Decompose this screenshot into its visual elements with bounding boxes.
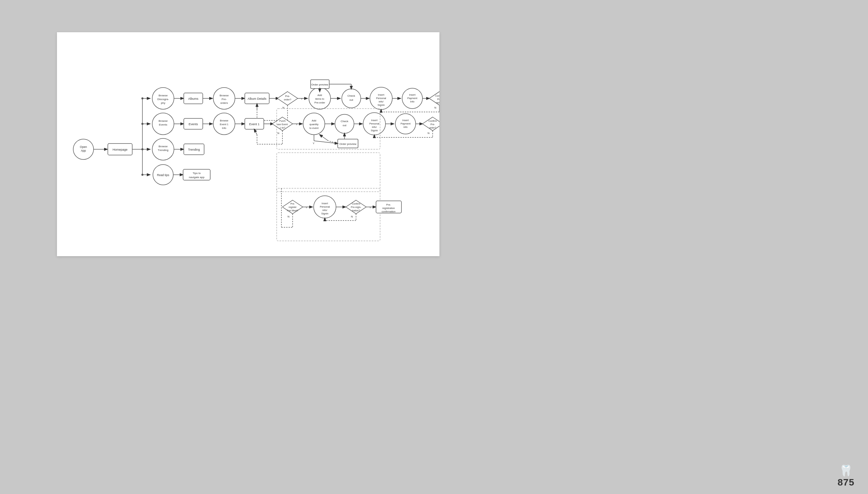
svg-text:Y: Y <box>369 206 371 209</box>
svg-text:Personal: Personal <box>320 205 330 208</box>
svg-text:Confirm: Confirm <box>435 95 439 97</box>
svg-text:Y: Y <box>301 97 303 100</box>
svg-text:info/: info/ <box>379 100 384 103</box>
svg-text:Fan Meet?: Fan Meet? <box>287 209 298 212</box>
svg-text:quantity: quantity <box>310 123 319 126</box>
svg-text:Pre-: Pre- <box>221 98 226 101</box>
svg-text:info/: info/ <box>372 126 377 129</box>
svg-point-25 <box>141 97 143 99</box>
svg-text:order?: order? <box>436 101 439 104</box>
svg-text:Y: Y <box>305 206 308 209</box>
svg-text:tration?: tration? <box>352 209 360 212</box>
svg-text:Check: Check <box>348 94 356 97</box>
svg-text:order?: order? <box>429 127 436 129</box>
svg-text:App: App <box>81 149 86 152</box>
svg-text:N: N <box>428 132 430 135</box>
svg-text:Insert: Insert <box>409 93 416 96</box>
svg-text:phy: phy <box>161 101 165 104</box>
svg-text:Event 1: Event 1 <box>249 122 260 126</box>
svg-text:Add: Add <box>312 119 316 122</box>
svg-text:items to: items to <box>315 97 324 100</box>
watermark: 🦷 875 <box>837 464 854 488</box>
svg-text:order?: order? <box>284 98 291 101</box>
svg-text:info: info <box>403 126 408 129</box>
svg-text:out: out <box>342 124 347 127</box>
svg-text:Browse: Browse <box>220 94 229 97</box>
svg-text:Y: Y <box>313 142 315 145</box>
svg-text:Confirm: Confirm <box>429 120 437 122</box>
svg-text:Check: Check <box>341 120 349 123</box>
svg-text:1 tix?: 1 tix? <box>280 127 285 129</box>
svg-text:Personal: Personal <box>369 122 379 125</box>
svg-text:Browse: Browse <box>159 119 168 122</box>
svg-text:Order preview: Order preview <box>339 142 356 146</box>
svg-text:Signin: Signin <box>371 129 378 132</box>
svg-text:navigate app: navigate app <box>189 176 204 179</box>
svg-text:Pre-: Pre- <box>430 123 435 126</box>
svg-text:Signin: Signin <box>378 103 385 107</box>
watermark-icon: 🦷 <box>837 464 854 477</box>
diagram-canvas: Open App Homepage Open App Homepage <box>57 32 439 256</box>
svg-text:Pre-: Pre- <box>386 203 391 206</box>
svg-text:Confirm: Confirm <box>352 203 360 205</box>
svg-text:Pre-: Pre- <box>285 95 290 98</box>
svg-point-28 <box>141 174 143 176</box>
svg-text:Homepage: Homepage <box>113 148 127 151</box>
svg-point-27 <box>141 148 143 150</box>
svg-text:Pre-regis-: Pre-regis- <box>351 206 361 209</box>
svg-text:Browse: Browse <box>220 119 228 122</box>
svg-text:Insert: Insert <box>371 119 378 122</box>
svg-text:Info: Info <box>410 100 415 103</box>
svg-text:Open: Open <box>80 145 87 149</box>
svg-text:Album Details: Album Details <box>248 97 267 100</box>
svg-text:N: N <box>282 106 284 109</box>
svg-text:out: out <box>349 98 353 101</box>
svg-text:Tips to: Tips to <box>193 172 201 175</box>
svg-text:ase Event: ase Event <box>277 123 288 126</box>
svg-text:Trending: Trending <box>188 148 200 151</box>
svg-text:Order preview: Order preview <box>311 83 328 86</box>
svg-text:Events: Events <box>189 122 198 126</box>
svg-text:Info: Info <box>222 127 226 130</box>
svg-text:Insert: Insert <box>402 119 409 122</box>
svg-text:Signin: Signin <box>321 212 329 215</box>
svg-text:Payment: Payment <box>400 122 411 125</box>
svg-text:orders: orders <box>220 101 228 104</box>
svg-text:N: N <box>277 132 279 135</box>
svg-text:Insert: Insert <box>378 93 385 96</box>
svg-text:Add: Add <box>317 94 322 97</box>
svg-text:Personal: Personal <box>376 97 386 100</box>
svg-text:confirmation: confirmation <box>382 210 396 213</box>
svg-text:to event: to event <box>310 127 319 130</box>
svg-text:Read tips: Read tips <box>157 173 169 177</box>
svg-text:Purch: Purch <box>279 120 285 122</box>
svg-text:Pre-order: Pre-order <box>314 101 325 104</box>
svg-text:N: N <box>434 106 436 109</box>
svg-text:Trending: Trending <box>158 149 168 152</box>
svg-text:info/: info/ <box>322 209 328 212</box>
svg-text:Browse: Browse <box>159 145 168 148</box>
svg-text:Pre-: Pre- <box>290 203 295 205</box>
svg-text:Insert: Insert <box>322 202 329 205</box>
svg-text:Albums: Albums <box>188 97 199 100</box>
svg-text:Pre-: Pre- <box>437 98 439 100</box>
svg-text:Browse: Browse <box>159 94 168 97</box>
svg-text:Y: Y <box>296 123 298 126</box>
svg-text:Events: Events <box>159 123 167 126</box>
svg-text:Discogra-: Discogra- <box>157 98 169 101</box>
watermark-number: 875 <box>837 477 854 488</box>
svg-text:Payment: Payment <box>407 97 418 100</box>
svg-text:registration: registration <box>382 207 395 210</box>
svg-point-26 <box>141 123 143 125</box>
svg-text:Event 1: Event 1 <box>220 123 228 126</box>
svg-text:register: register <box>289 206 297 209</box>
svg-text:N: N <box>288 215 290 218</box>
svg-text:N: N <box>351 215 353 218</box>
